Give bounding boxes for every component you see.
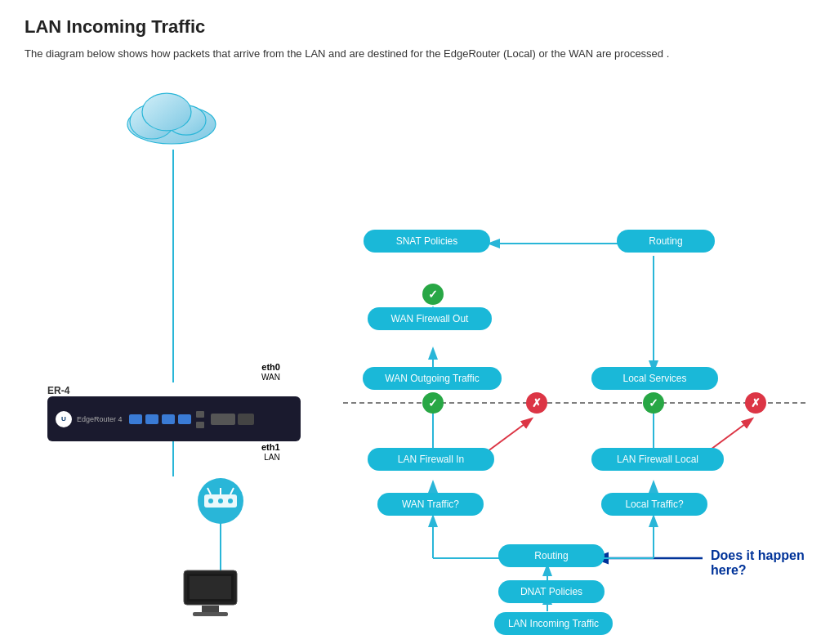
- svg-point-27: [208, 499, 213, 503]
- red-x-lan-in: ✗: [526, 392, 547, 414]
- diagram-svg: [25, 76, 809, 632]
- snat-policies-box: SNAT Policies: [364, 230, 490, 253]
- svg-point-28: [218, 499, 223, 503]
- svg-rect-35: [202, 606, 219, 612]
- red-x-lan-local: ✗: [745, 392, 766, 414]
- green-check-lan-local: ✓: [643, 392, 664, 414]
- green-check-lan-in: ✓: [422, 392, 444, 414]
- wan-firewall-out-box: WAN Firewall Out: [368, 307, 492, 330]
- routing-top-box: Routing: [617, 230, 715, 253]
- dnat-box: DNAT Policies: [498, 580, 605, 603]
- lan-firewall-in-box: LAN Firewall In: [368, 448, 494, 471]
- lan-firewall-local-box: LAN Firewall Local: [591, 448, 724, 471]
- page-title: LAN Incoming Traffic: [25, 16, 796, 38]
- page-description: The diagram below shows how packets that…: [25, 47, 796, 60]
- wan-traffic-box: WAN Traffic?: [377, 493, 484, 516]
- computer-icon: [180, 566, 245, 624]
- local-traffic-box: Local Traffic?: [601, 493, 707, 516]
- eth1-label: eth1 LAN: [261, 442, 280, 462]
- diagram-area: eth0 WAN eth1 LAN ER-4 U EdgeRouter 4: [25, 76, 809, 632]
- er4-label: ER-4: [47, 385, 69, 396]
- network-switch-icon: [196, 476, 245, 525]
- lan-incoming-box: LAN Incoming Traffic: [494, 612, 613, 635]
- local-services-box: Local Services: [591, 367, 718, 390]
- svg-rect-36: [193, 612, 228, 616]
- router-image: U EdgeRouter 4: [47, 396, 301, 441]
- eth0-label: eth0 WAN: [261, 362, 280, 382]
- wan-outgoing-box: WAN Outgoing Traffic: [363, 367, 502, 390]
- svg-point-24: [142, 93, 191, 131]
- happen-here-label: Does it happen here?: [711, 548, 809, 578]
- routing-mid-box: Routing: [498, 544, 605, 567]
- green-check-wan-out: ✓: [422, 284, 444, 305]
- cloud-icon: [123, 84, 221, 150]
- svg-point-29: [228, 499, 233, 503]
- svg-rect-37: [190, 576, 231, 599]
